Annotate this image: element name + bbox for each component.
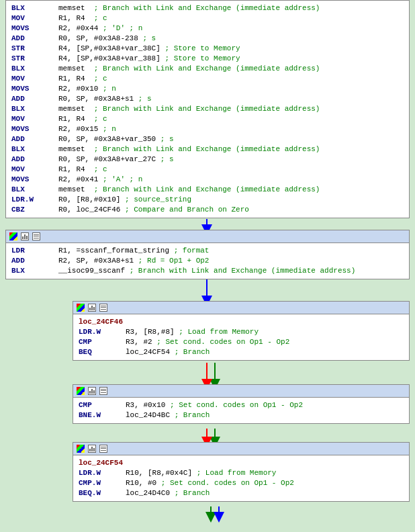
code-line: MOV R1, R4 ; c bbox=[11, 13, 404, 24]
code-line: LDR.W R3, [R8,#8] ; Load from Memory bbox=[79, 327, 404, 337]
list-icon[interactable] bbox=[99, 386, 108, 396]
block1-content: BLX memset ; Branch with Link and Exchan… bbox=[6, 1, 409, 218]
code-line: CBZ R0, loc_24CF46 ; Compare and Branch … bbox=[11, 205, 404, 215]
code-line: ADD R0, SP, #0x3A8-238 ; s bbox=[11, 34, 404, 44]
code-line: MOV R1, R4 ; c bbox=[11, 165, 404, 175]
code-line: LDR.W R0, [R8,#0x10] ; source_string bbox=[11, 195, 404, 205]
code-line: LDR R1, =sscanf_format_string ; format bbox=[11, 246, 404, 256]
code-line: CMP R3, #0x10 ; Set cond. codes on Op1 -… bbox=[79, 400, 404, 410]
block4: CMP R3, #0x10 ; Set cond. codes on Op1 -… bbox=[73, 384, 410, 424]
code-line: CMP.W R10, #0 ; Set cond. codes on Op1 -… bbox=[79, 478, 404, 488]
code-line: BNE.W loc_24D4BC ; Branch bbox=[79, 410, 404, 420]
block3: loc_24CF46 LDR.W R3, [R8,#8] ; Load from… bbox=[73, 301, 410, 361]
color-icon[interactable] bbox=[9, 232, 18, 241]
code-line: MOVS R2, #0x41 ; 'A' ; n bbox=[11, 175, 404, 185]
code-line: MOV R1, R4 ; c bbox=[11, 114, 404, 124]
code-line: ADD R0, SP, #0x3A8+var_350 ; s bbox=[11, 134, 404, 144]
block3-content: loc_24CF46 LDR.W R3, [R8,#8] ; Load from… bbox=[73, 314, 409, 360]
code-line: STR R4, [SP,#0x3A8+var_38C] ; Store to M… bbox=[11, 44, 404, 54]
code-line: BEQ loc_24CF54 ; Branch bbox=[79, 347, 404, 357]
code-line: BEQ.W loc_24D4C0 ; Branch bbox=[79, 488, 404, 498]
code-line: BLX memset ; Branch with Link and Exchan… bbox=[11, 3, 404, 13]
code-line: ADD R2, SP, #0x3A8+s1 ; Rd = Op1 + Op2 bbox=[11, 256, 404, 266]
block2-header bbox=[6, 230, 409, 243]
code-line: ADD R0, SP, #0x3A8+s1 ; s bbox=[11, 94, 404, 104]
code-line: BLX memset ; Branch with Link and Exchan… bbox=[11, 144, 404, 154]
graph-icon[interactable] bbox=[87, 444, 97, 453]
color-icon[interactable] bbox=[76, 303, 85, 312]
graph-icon[interactable] bbox=[87, 303, 97, 312]
code-line: MOVS R2, #0x44 ; 'D' ; n bbox=[11, 24, 404, 34]
block1: BLX memset ; Branch with Link and Exchan… bbox=[5, 0, 410, 218]
color-icon[interactable] bbox=[76, 386, 85, 396]
code-line: CMP R3, #2 ; Set cond. codes on Op1 - Op… bbox=[79, 337, 404, 347]
graph-icon[interactable] bbox=[20, 232, 30, 241]
block4-content: CMP R3, #0x10 ; Set cond. codes on Op1 -… bbox=[73, 398, 409, 423]
block5: loc_24CF54 LDR.W R10, [R8,#0x4C] ; Load … bbox=[73, 442, 410, 502]
block2-content: LDR R1, =sscanf_format_string ; format A… bbox=[6, 243, 409, 279]
list-icon[interactable] bbox=[99, 303, 108, 312]
list-icon[interactable] bbox=[32, 232, 41, 241]
block2: LDR R1, =sscanf_format_string ; format A… bbox=[5, 230, 410, 279]
code-line: ADD R0, SP, #0x3A8+var_27C ; s bbox=[11, 154, 404, 165]
code-line: LDR.W R10, [R8,#0x4C] ; Load from Memory bbox=[79, 468, 404, 478]
color-icon[interactable] bbox=[76, 444, 85, 453]
block5-header bbox=[73, 443, 409, 455]
code-line: MOVS R2, #0x10 ; n bbox=[11, 84, 404, 94]
code-line: BLX __isoc99_sscanf ; Branch with Link a… bbox=[11, 266, 404, 276]
block3-label-line: loc_24CF46 bbox=[79, 317, 404, 327]
graph-icon[interactable] bbox=[87, 386, 97, 396]
code-line: MOVS R2, #0x15 ; n bbox=[11, 124, 404, 134]
list-icon[interactable] bbox=[99, 444, 108, 453]
code-line: BLX memset ; Branch with Link and Exchan… bbox=[11, 104, 404, 114]
block4-header bbox=[73, 385, 409, 398]
block5-content: loc_24CF54 LDR.W R10, [R8,#0x4C] ; Load … bbox=[73, 455, 409, 501]
block5-label-line: loc_24CF54 bbox=[79, 458, 404, 468]
block3-header bbox=[73, 302, 409, 314]
code-line: BLX memset ; Branch with Link and Exchan… bbox=[11, 185, 404, 195]
code-line: MOV R1, R4 ; c bbox=[11, 74, 404, 84]
code-line: BLX memset ; Branch with Link and Exchan… bbox=[11, 64, 404, 74]
code-line: STR R4, [SP,#0x3A8+var_388] ; Store to M… bbox=[11, 54, 404, 64]
